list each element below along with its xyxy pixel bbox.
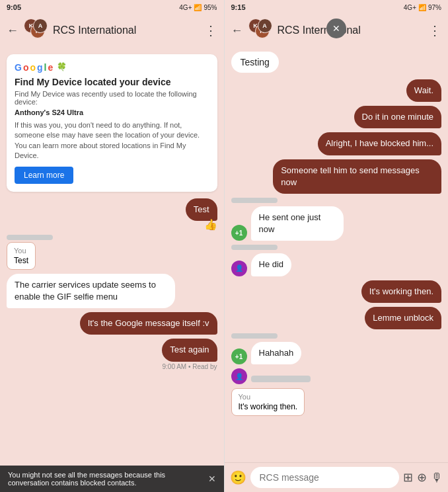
left-status-icons: 4G+ 📶 95% [179,4,217,11]
avatar: K R A [24,19,48,42]
sent-one-bubble: He sent one just now [251,206,344,241]
message-input[interactable] [250,467,400,488]
right-more-options-button[interactable]: ⋮ [428,22,441,38]
right-time: 9:15 [231,3,246,11]
learn-more-button[interactable]: Learn more [15,167,73,184]
emoji-button[interactable]: 🙂 [230,470,246,485]
msg-row-sent-one: +1 He sent one just now [231,198,442,241]
msg-row-reply-preview: You It's working then. [231,388,442,416]
add-button[interactable]: ⊕ [417,470,427,485]
blocked-contacts-notification: You might not see all the messages becau… [0,466,224,492]
reply-text: Test [14,256,28,265]
right-signal-icon: 📶 [418,4,426,11]
notification-close-button[interactable]: ✕ [208,473,216,484]
left-time: 9:05 [7,3,21,11]
right-status-icons: 4G+ 📶 97% [404,4,441,11]
sender-name-blurred [7,235,53,240]
right-app-bar: ← K R A RCS International ⋮ ✕ [225,15,449,46]
back-button[interactable]: ← [7,24,19,38]
he-did-bubble: He did [251,253,292,276]
wait-bubble: Wait. [406,79,441,102]
notification-text: You might not see all the messages becau… [8,471,208,487]
right-battery-icon: 97% [428,4,441,11]
msg-avatar-row-4: 👤 [231,368,311,384]
msg-row-he-did: 👤 He did [231,245,442,276]
right-avatar: K R A [248,19,272,42]
voice-button[interactable]: 🎙 [431,471,443,485]
msg-row-blocked: Alright, I have blocked him... [231,132,442,155]
msg-row-unblock: Lemme unblock [231,307,442,329]
msg-avatar-row-1: +1 He sent one just now [231,206,347,241]
right-avatar-3: A [258,19,272,33]
google-logo: Google 🍀 [15,62,209,73]
sender-4-blurred [251,376,311,382]
test-bubble: Test [186,198,217,221]
tell-bubble: Someone tell him to send messages now [273,159,441,194]
right-chat-area: Testing Wait. Do it in one minute Alrigh… [225,46,449,462]
left-panel: 9:05 4G+ 📶 95% ← K R A RCS International… [0,0,224,492]
reply-you-label: You [14,247,28,255]
right-back-button[interactable]: ← [231,24,243,38]
working-bubble: It's working then. [361,280,441,303]
testing-bubble: Testing [231,52,279,73]
unblock-bubble: Lemme unblock [365,307,441,329]
green-avatar-1: +1 [231,225,247,241]
card-title: Find My Device located your device [15,77,209,87]
signal-icon: 📶 [194,4,202,11]
test-again-bubble: Test again [162,339,217,361]
right-chat-title: RCS International [278,24,424,36]
chat-title: RCS International [53,24,199,36]
right-network-icon: 4G+ [404,4,416,11]
msg-avatar-row-3: +1 Hahahah [231,342,302,364]
reply-preview: You Test [7,242,36,270]
msg-row-test: Test 👍 [7,198,217,231]
purple-avatar-1: 👤 [231,261,247,276]
avatar-3: A [33,19,48,33]
msg-row-wait: Wait. [231,79,442,102]
msg-row-working: It's working then. [231,280,442,303]
msg-row-reply: You Test [7,235,217,270]
msg-row-hahaha: +1 Hahahah [231,333,442,364]
thumbs-up-reaction: 👍 [204,218,217,231]
find-my-device-card: Google 🍀 Find My Device located your dev… [7,54,217,192]
network-icon: 4G+ [179,4,192,11]
right-reply-you: You [239,393,298,401]
msg-row-purple-blurred: 👤 [231,368,442,384]
sender-1-blurred [231,198,278,203]
msg-avatar-row-2: 👤 He did [231,253,292,276]
sender-3-blurred [231,333,278,339]
msg-row-tell: Someone tell him to send messages now [231,159,442,194]
close-overlay-button[interactable]: ✕ [326,19,346,38]
hahaha-bubble: Hahahah [251,342,302,364]
right-panel: 9:15 4G+ 📶 97% ← K R A RCS International… [225,0,449,492]
carrier-bubble: The carrier services update seems to ena… [7,274,175,308]
left-chat-area: Google 🍀 Find My Device located your dev… [0,46,224,492]
card-body: If this was you, you don't need to do an… [15,120,209,161]
timestamp: 9:00 AM • Read by [163,363,217,370]
card-desc: Find My Device was recently used to loca… [15,90,209,106]
right-status-bar: 9:15 4G+ 📶 97% [225,0,449,15]
blocked-bubble: Alright, I have blocked him... [318,132,441,155]
right-reply-text: It's working then. [239,402,298,411]
green-avatar-2: +1 [231,348,247,364]
left-app-bar: ← K R A RCS International ⋮ [0,15,224,46]
left-status-bar: 9:05 4G+ 📶 95% [0,0,224,15]
sender-2-blurred [231,245,278,250]
msg-row-carrier: The carrier services update seems to ena… [7,274,217,308]
battery-icon: 95% [204,4,217,11]
msg-row-one-minute: Do it in one minute [231,106,442,128]
card-device: Anthony's S24 Ultra [15,108,209,116]
msg-row-again: Test again 9:00 AM • Read by [7,339,217,370]
more-options-button[interactable]: ⋮ [204,22,217,38]
one-minute-bubble: Do it in one minute [354,106,441,128]
google-msg-bubble: It's the Google message itself :v [80,312,217,335]
right-reply-preview: You It's working then. [231,388,305,416]
attachment-button[interactable]: ⊞ [403,470,413,485]
msg-row-testing: Testing [231,52,442,75]
msg-row-google: It's the Google message itself :v [7,312,217,335]
input-bar: 🙂 ⊞ ⊕ 🎙 [225,462,449,492]
purple-avatar-2: 👤 [231,368,247,384]
